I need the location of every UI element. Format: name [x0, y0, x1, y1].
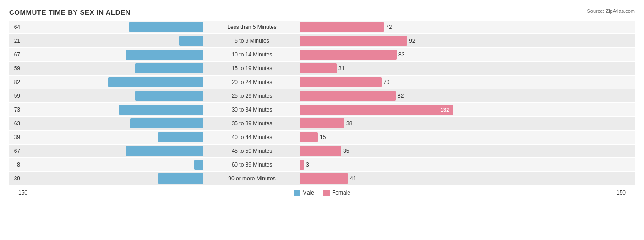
right-section: 82 — [298, 91, 495, 101]
female-value: 15 — [320, 134, 333, 140]
row-label: 60 to 89 Minutes — [206, 162, 298, 168]
row-label: 35 to 39 Minutes — [206, 120, 298, 127]
male-value: 64 — [9, 24, 20, 30]
left-section: 67 — [9, 50, 206, 60]
right-section: 83 — [298, 50, 495, 60]
right-section: 41 — [298, 173, 495, 184]
left-section: 59 — [9, 91, 206, 101]
male-value: 73 — [9, 106, 20, 113]
table-row: 39 40 to 44 Minutes 15 — [9, 131, 635, 144]
table-row: 59 25 to 29 Minutes 82 — [9, 89, 635, 102]
right-section: 72 — [298, 22, 495, 32]
legend-male: Male — [294, 190, 314, 196]
male-value: 67 — [9, 51, 20, 58]
chart-footer: 150 Male Female 150 — [9, 190, 635, 196]
male-value: 39 — [9, 175, 20, 182]
row-label: Less than 5 Minutes — [206, 24, 298, 30]
female-value: 82 — [398, 93, 411, 99]
male-bar — [126, 50, 203, 60]
female-value: 35 — [343, 148, 357, 154]
male-bar — [126, 146, 203, 156]
male-bar — [158, 173, 203, 184]
table-row: 67 45 to 59 Minutes 35 — [9, 145, 635, 157]
row-label: 90 or more Minutes — [206, 175, 298, 182]
female-bar — [300, 160, 304, 170]
male-value: 67 — [9, 148, 20, 154]
male-bar-wrap — [22, 132, 203, 142]
male-bar-wrap — [22, 77, 203, 87]
left-section: 67 — [9, 146, 206, 156]
left-section: 82 — [9, 77, 206, 87]
row-label: 25 to 29 Minutes — [206, 93, 298, 99]
right-section: 31 — [298, 63, 495, 73]
female-bar — [300, 132, 318, 142]
left-section: 64 — [9, 22, 206, 32]
female-value: 31 — [338, 65, 352, 72]
male-bar — [194, 160, 203, 170]
left-section: 39 — [9, 132, 206, 142]
legend-female-label: Female — [332, 190, 350, 196]
table-row: 64 Less than 5 Minutes 72 — [9, 21, 635, 33]
male-bar — [135, 63, 203, 73]
right-section: 35 — [298, 146, 495, 156]
table-row: 21 5 to 9 Minutes 92 — [9, 34, 635, 47]
row-label: 20 to 24 Minutes — [206, 79, 298, 85]
female-value: 83 — [398, 51, 412, 58]
right-section: 15 — [298, 132, 495, 142]
right-section: 132 — [298, 105, 495, 115]
row-label: 10 to 14 Minutes — [206, 51, 298, 58]
legend-male-label: Male — [302, 190, 314, 196]
left-section: 8 — [9, 160, 206, 170]
row-label: 15 to 19 Minutes — [206, 65, 298, 72]
male-bar — [119, 105, 203, 115]
chart-container: COMMUTE TIME BY SEX IN ALDEN Source: Zip… — [0, 0, 644, 210]
female-value: 70 — [383, 79, 397, 85]
female-bar — [300, 63, 337, 73]
legend-female: Female — [323, 190, 350, 196]
male-bar-wrap — [22, 36, 203, 46]
table-row: 8 60 to 89 Minutes 3 — [9, 158, 635, 171]
female-bar — [300, 173, 348, 184]
right-section: 38 — [298, 118, 495, 128]
male-bar — [108, 77, 203, 87]
female-bar — [300, 77, 382, 87]
table-row: 82 20 to 24 Minutes 70 — [9, 76, 635, 89]
female-value: 72 — [386, 24, 399, 30]
male-value: 39 — [9, 134, 20, 140]
female-bar — [300, 118, 344, 128]
female-value: 92 — [409, 38, 423, 44]
male-bar-wrap — [22, 91, 203, 101]
male-bar — [129, 22, 203, 32]
right-section: 92 — [298, 36, 495, 46]
female-value: 3 — [306, 162, 320, 168]
female-value: 38 — [346, 120, 360, 127]
male-value: 59 — [9, 93, 20, 99]
male-bar-wrap — [22, 105, 203, 115]
female-bar — [300, 91, 396, 101]
male-value: 63 — [9, 120, 20, 127]
left-section: 39 — [9, 173, 206, 184]
male-value: 59 — [9, 65, 20, 72]
row-label: 40 to 44 Minutes — [206, 134, 298, 140]
scale-left: 150 — [18, 190, 27, 196]
male-value: 82 — [9, 79, 20, 85]
male-bar-wrap — [22, 146, 203, 156]
male-bar-wrap — [22, 63, 203, 73]
right-section: 3 — [298, 160, 495, 170]
table-row: 67 10 to 14 Minutes 83 — [9, 48, 635, 61]
left-section: 73 — [9, 105, 206, 115]
chart-title: COMMUTE TIME BY SEX IN ALDEN — [9, 8, 131, 16]
male-value: 8 — [9, 162, 20, 168]
left-section: 63 — [9, 118, 206, 128]
female-bar — [300, 146, 341, 156]
table-row: 63 35 to 39 Minutes 38 — [9, 117, 635, 130]
male-bar-wrap — [22, 118, 203, 128]
male-bar-wrap — [22, 173, 203, 184]
table-row: 73 30 to 34 Minutes 132 — [9, 103, 635, 116]
legend-male-box — [294, 190, 300, 196]
chart-header: COMMUTE TIME BY SEX IN ALDEN Source: Zip… — [9, 8, 635, 16]
scale-right: 150 — [617, 190, 626, 196]
female-bar — [300, 50, 397, 60]
left-section: 21 — [9, 36, 206, 46]
female-bar — [300, 105, 453, 115]
